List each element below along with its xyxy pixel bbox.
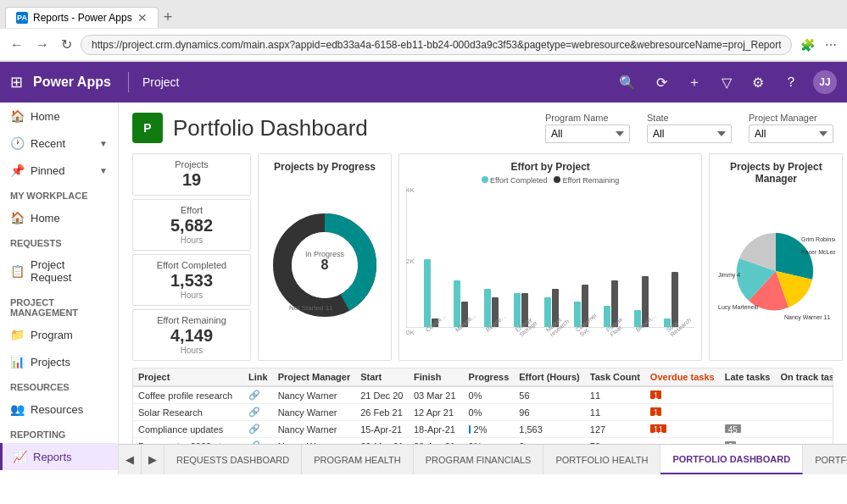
sidebar-item-project-request[interactable]: 📋 Project Request (0, 252, 118, 291)
program-name-filter: Program Name All (545, 113, 630, 143)
cell-progress: 2% (464, 421, 515, 438)
bar-completed-2 (454, 280, 460, 327)
yaxis-2k: 2K (406, 258, 415, 265)
cell-tasks: 11 (585, 404, 645, 421)
col-task-count: Task Count (585, 368, 645, 386)
cell-link[interactable]: 🔗 (243, 438, 273, 445)
cell-pm: Nancy Warner (273, 386, 356, 404)
filter-bar: Program Name All State All Project Manag… (545, 113, 833, 143)
bar-groups (406, 186, 694, 328)
sidebar-item-recent[interactable]: 🕐 Recent ▼ (0, 130, 118, 157)
sidebar-item-reports[interactable]: 📈 Reports (0, 443, 118, 470)
extensions-button[interactable]: 🧩 (797, 36, 818, 53)
cell-start: 26 Feb 21 (355, 404, 409, 421)
pinned-icon: 📌 (10, 163, 24, 177)
bar-completed-3 (484, 289, 491, 327)
cell-tasks: 79 (585, 438, 645, 445)
stat-effort-completed-value: 1,533 (142, 270, 242, 291)
cell-effort: 0 (514, 438, 585, 445)
col-overdue: Overdue tasks (645, 368, 720, 386)
cell-progress: 0% (464, 404, 515, 421)
bar-chart-legend: Effort Completed Effort Remaining (406, 176, 694, 185)
stat-effort-remaining-label: Effort Remaining (142, 315, 242, 325)
sidebar-item-resources[interactable]: 👥 Resources (0, 396, 118, 423)
user-avatar[interactable]: JJ (813, 70, 837, 94)
sidebar: 🏠 Home 🕐 Recent ▼ 📌 Pinned ▼ My Workplac… (0, 102, 119, 474)
svg-text:Grim Robinson 1: Grim Robinson 1 (801, 236, 835, 242)
reporting-section: Reporting (0, 423, 118, 443)
svg-text:Lucy Martenelli: Lucy Martenelli (718, 304, 759, 311)
charts-row: Projects by Progress In Progress 8 Not (258, 153, 843, 361)
app-name: Project (142, 75, 180, 89)
stat-effort-completed-sub: Hours (142, 291, 242, 300)
cell-finish: 22-Apr-21 (409, 438, 464, 445)
refresh-button[interactable]: ↻ (58, 35, 75, 54)
new-tab-button[interactable]: + (159, 8, 178, 26)
cell-finish: 03 Mar 21 (409, 386, 464, 404)
projects-icon: 📊 (10, 355, 24, 368)
stat-effort-value: 5,682 (142, 215, 242, 235)
cell-overdue: 11 (645, 421, 720, 438)
tab-program-health[interactable]: PROGRAM HEALTH (302, 445, 413, 474)
refresh-icon[interactable]: ⟳ (651, 71, 672, 94)
resources-icon: 👥 (10, 402, 24, 416)
help-icon[interactable]: ？ (779, 70, 803, 95)
project-manager-select[interactable]: All (749, 125, 833, 143)
add-icon[interactable]: ＋ (683, 70, 706, 95)
sidebar-item-projects[interactable]: 📊 Projects (0, 348, 118, 375)
stat-effort-remaining: Effort Remaining 4,149 Hours (132, 309, 251, 361)
sidebar-item-home[interactable]: 🏠 Home (0, 102, 118, 130)
sidebar-item-my-home[interactable]: 🏠 Home (0, 204, 118, 231)
stat-effort-remaining-sub: Hours (142, 346, 242, 355)
cell-link[interactable]: 🔗 (243, 404, 273, 421)
forward-button[interactable]: → (32, 36, 53, 54)
cell-project: Compliance updates (133, 421, 243, 438)
program-name-select[interactable]: All (545, 125, 630, 143)
cell-effort: 96 (514, 404, 585, 421)
bar-chart-section: Effort by Project Effort Completed Effor… (398, 153, 702, 361)
cell-ontrack (775, 386, 833, 404)
tab-nav-next[interactable]: ▶ (142, 445, 164, 474)
tab-nav-prev[interactable]: ◀ (119, 445, 142, 474)
tab-portfolio-health[interactable]: PORTFOLIO HEALTH (543, 445, 660, 474)
cell-start: 15-Apr-21 (355, 421, 409, 438)
cell-progress: 0% (464, 438, 515, 445)
tab-requests-dashboard[interactable]: REQUESTS DASHBOARD (164, 445, 302, 474)
project-management-section: Project Management (0, 291, 118, 321)
bar-completed-1 (424, 259, 431, 327)
grid-menu-icon[interactable]: ⊞ (10, 73, 23, 91)
cell-link[interactable]: 🔗 (243, 421, 273, 438)
sidebar-label-reports: Reports (33, 451, 72, 463)
col-pm: Project Manager (273, 368, 356, 386)
sidebar-label-pinned: Pinned (31, 164, 64, 177)
tab-close-button[interactable]: ✕ (137, 11, 148, 25)
state-select[interactable]: All (647, 125, 732, 143)
address-bar[interactable] (81, 35, 792, 55)
table-row: Brewmaster 2000 step 1 🔗 Nancy Warner 02… (133, 438, 833, 445)
tab-portfolio-financials[interactable]: PORTFOLIO FINANCIALS (803, 445, 847, 474)
stat-projects: Projects 19 (132, 153, 251, 196)
col-project: Project (133, 368, 243, 386)
tab-portfolio-dashboard[interactable]: PORTFOLIO DASHBOARD (660, 445, 803, 474)
settings-icon[interactable]: ⚙ (747, 71, 769, 94)
yaxis-4k: 4K (406, 186, 415, 194)
bar-completed-4 (514, 293, 521, 327)
main-content-row: Projects 19 Effort 5,682 Hours Effort Co… (132, 153, 833, 361)
sidebar-item-pinned[interactable]: 📌 Pinned ▼ (0, 157, 118, 184)
program-name-label: Program Name (545, 113, 630, 123)
tab-program-financials[interactable]: PROGRAM FINANCIALS (414, 445, 544, 474)
data-grid: Project Link Project Manager Start Finis… (133, 368, 833, 444)
table-row: Solar Research 🔗 Nancy Warner 26 Feb 21 … (133, 404, 833, 421)
cell-ontrack (775, 404, 833, 421)
back-button[interactable]: ← (7, 36, 27, 54)
sidebar-item-program[interactable]: 📁 Program (0, 321, 118, 348)
cell-link[interactable]: 🔗 (243, 386, 273, 404)
filter-icon[interactable]: ▽ (716, 71, 737, 94)
svg-text:Jimmy 4: Jimmy 4 (718, 272, 740, 279)
resources-section: Resources (0, 375, 118, 396)
browser-toolbar: ← → ↻ 🧩 ⋯ (0, 29, 847, 61)
more-button[interactable]: ⋯ (822, 36, 840, 53)
search-icon[interactable]: 🔍 (614, 71, 641, 94)
browser-tab-active[interactable]: PA Reports - Power Apps ✕ (5, 7, 159, 28)
project-request-icon: 📋 (10, 264, 24, 278)
